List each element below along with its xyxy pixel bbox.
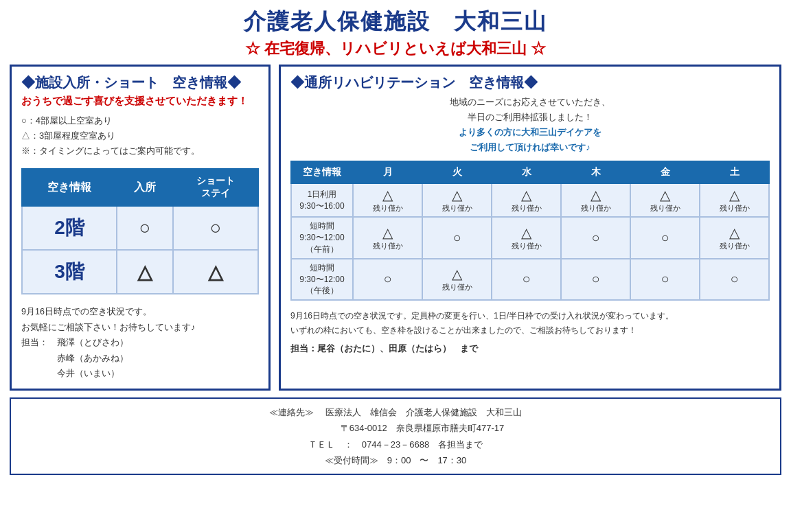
right-table: 空き情報月火水木金土 1日利用9:30〜16:00△残り僅か△残り僅か△残り僅か… xyxy=(290,161,770,301)
right-panel: ◆通所リハビリテーション 空き情報◆ 地域のニーズにお応えさせていただき、半日の… xyxy=(279,65,781,391)
right-symbol: ○ xyxy=(563,230,628,246)
right-nokori-note: 残り僅か xyxy=(494,241,559,251)
right-col-header: 木 xyxy=(561,161,630,183)
right-cell: ○ xyxy=(422,217,492,258)
right-col-header: 土 xyxy=(700,161,769,183)
right-col-header: 金 xyxy=(630,161,700,183)
right-cell: △残り僅か xyxy=(422,259,492,300)
footer-org: 医療法人 雄信会 介護老人保健施設 大和三山 xyxy=(325,407,522,417)
left-row-label: 2階 xyxy=(22,206,117,250)
right-symbol: ○ xyxy=(563,271,628,287)
right-col-header: 火 xyxy=(422,161,492,183)
left-short-symbol: ○ xyxy=(173,206,258,250)
right-nokori-note: 残り僅か xyxy=(632,203,698,213)
right-symbol: △ xyxy=(355,224,420,241)
right-cell: △残り僅か xyxy=(353,183,422,217)
footer: ≪連絡先≫ 医療法人 雄信会 介護老人保健施設 大和三山 〒634-0012 奈… xyxy=(10,397,781,476)
right-col-header: 水 xyxy=(492,161,561,183)
main-content: ◆施設入所・ショート 空き情報◆ おうちで過ごす喜びを支援させていただきます！ … xyxy=(10,65,781,391)
right-subtitle-line: ご利用して頂ければ幸いです♪ xyxy=(290,140,770,155)
left-col-header-nyusho: 入所 xyxy=(117,169,173,206)
page-header: 介護老人保健施設 大和三山 ☆ 在宅復帰、リハビリといえば大和三山 ☆ xyxy=(10,7,781,59)
right-panel-title: ◆通所リハビリテーション 空き情報◆ xyxy=(290,73,770,92)
main-title: 介護老人保健施設 大和三山 xyxy=(10,7,781,37)
right-symbol: △ xyxy=(702,224,767,241)
footer-line4: ≪受付時間≫ 9：00 〜 17：30 xyxy=(25,452,766,468)
footer-line1: ≪連絡先≫ 医療法人 雄信会 介護老人保健施設 大和三山 xyxy=(25,404,766,420)
footer-line2: 〒634-0012 奈良県橿原市膳夫町477-17 xyxy=(25,420,766,436)
right-note-line: 9月16日時点での空き状況です。定員枠の変更を行い、1日/半日枠での受け入れ状況… xyxy=(290,309,770,323)
left-note-line: 赤峰（あかみね） xyxy=(21,351,259,367)
left-row-label: 3階 xyxy=(22,250,117,294)
left-panel-title: ◆施設入所・ショート 空き情報◆ xyxy=(21,73,259,92)
right-cell: △残り僅か xyxy=(700,183,769,217)
right-table-row: 1日利用9:30〜16:00△残り僅か△残り僅か△残り僅か△残り僅か△残り僅か△… xyxy=(291,183,769,217)
right-notes: 9月16日時点での空き状況です。定員枠の変更を行い、1日/半日枠での受け入れ状況… xyxy=(290,309,770,337)
right-note-line: いずれの枠においても、空き枠を設けることが出来ましたので、ご相談お待ちしておりま… xyxy=(290,323,770,337)
right-nokori-note: 残り僅か xyxy=(563,203,628,213)
right-symbol: △ xyxy=(632,187,698,203)
legend-line1: ○：4部屋以上空室あり xyxy=(21,113,259,128)
right-row-label: 1日利用9:30〜16:00 xyxy=(291,183,353,217)
right-cell: ○ xyxy=(492,259,561,300)
right-nokori-note: 残り僅か xyxy=(494,203,559,213)
legend-line3: ※：タイミングによってはご案内可能です。 xyxy=(21,143,259,159)
right-col-header: 空き情報 xyxy=(291,161,353,183)
right-symbol: △ xyxy=(424,187,490,203)
right-cell: ○ xyxy=(353,259,422,300)
right-symbol: ○ xyxy=(632,271,698,287)
right-symbol: ○ xyxy=(702,271,767,287)
right-nokori-note: 残り僅か xyxy=(424,282,490,292)
right-symbol: ○ xyxy=(355,271,420,287)
right-cell: ○ xyxy=(630,259,700,300)
right-nokori-note: 残り僅か xyxy=(355,203,420,213)
right-cell: △残り僅か xyxy=(700,217,769,258)
right-nokori-note: 残り僅か xyxy=(702,203,767,213)
right-cell: △残り僅か xyxy=(561,183,630,217)
right-nokori-note: 残り僅か xyxy=(702,241,767,251)
right-cell: △残り僅か xyxy=(492,217,561,258)
legend-line2: △：3部屋程度空室あり xyxy=(21,128,259,143)
left-short-symbol: △ xyxy=(173,250,258,294)
left-panel: ◆施設入所・ショート 空き情報◆ おうちで過ごす喜びを支援させていただきます！ … xyxy=(10,65,271,391)
left-nyusho-symbol: ○ xyxy=(117,206,173,250)
right-subtitle-line: より多くの方に大和三山デイケアを xyxy=(290,125,770,140)
right-cell: △残り僅か xyxy=(630,183,700,217)
right-row-label: 短時間9:30〜12:00（午前） xyxy=(291,217,353,258)
right-cell: △残り僅か xyxy=(353,217,422,258)
left-table-row: 3階△△ xyxy=(22,250,258,294)
right-cell: ○ xyxy=(630,217,700,258)
right-cell: △残り僅か xyxy=(492,183,561,217)
right-cell: △残り僅か xyxy=(422,183,492,217)
left-nyusho-symbol: △ xyxy=(117,250,173,294)
right-row-label: 短時間9:30〜12:00（午後） xyxy=(291,259,353,300)
footer-contact-label: ≪連絡先≫ xyxy=(269,407,314,417)
right-symbol: △ xyxy=(494,187,559,203)
right-table-row: 短時間9:30〜12:00（午後）○△残り僅か○○○○ xyxy=(291,259,769,300)
left-table-row: 2階○○ xyxy=(22,206,258,250)
left-table: 空き情報 入所 ショートステイ 2階○○3階△△ xyxy=(21,168,259,294)
left-col-header-info: 空き情報 xyxy=(22,169,117,206)
left-notes: 9月16日時点での空き状況です。お気軽にご相談下さい！お待ちしています♪担当： … xyxy=(21,304,259,382)
right-subtitle-line: 半日のご利用枠拡張しました！ xyxy=(290,110,770,125)
left-note-line: お気軽にご相談下さい！お待ちしています♪ xyxy=(21,320,259,336)
right-symbol: ○ xyxy=(424,230,490,246)
right-nokori-note: 残り僅か xyxy=(355,241,420,251)
left-col-header-short: ショートステイ xyxy=(173,169,258,206)
footer-tel: ＴＥＬ ： 0744－23－6688 各担当まで xyxy=(308,439,483,450)
footer-address: 〒634-0012 奈良県橿原市膳夫町477-17 xyxy=(341,423,504,433)
right-cell: ○ xyxy=(561,259,630,300)
left-note-line: 担当： 飛澤（とびさわ） xyxy=(21,335,259,351)
right-subtitle-line: 地域のニーズにお応えさせていただき、 xyxy=(290,95,770,110)
left-note-line: 今井（いまい） xyxy=(21,366,259,382)
right-symbol: ○ xyxy=(632,230,698,246)
footer-line3: ＴＥＬ ： 0744－23－6688 各担当まで xyxy=(25,437,766,452)
right-col-header: 月 xyxy=(353,161,422,183)
right-cell: ○ xyxy=(700,259,769,300)
right-symbol: ○ xyxy=(494,271,559,287)
right-table-row: 短時間9:30〜12:00（午前）△残り僅か○△残り僅か○○△残り僅か xyxy=(291,217,769,258)
right-symbol: △ xyxy=(494,224,559,241)
right-contact: 担当：尾谷（おたに）、田原（たはら） まで xyxy=(290,343,770,355)
left-note-line: 9月16日時点での空き状況です。 xyxy=(21,304,259,320)
left-panel-subtitle: おうちで過ごす喜びを支援させていただきます！ xyxy=(21,95,259,108)
